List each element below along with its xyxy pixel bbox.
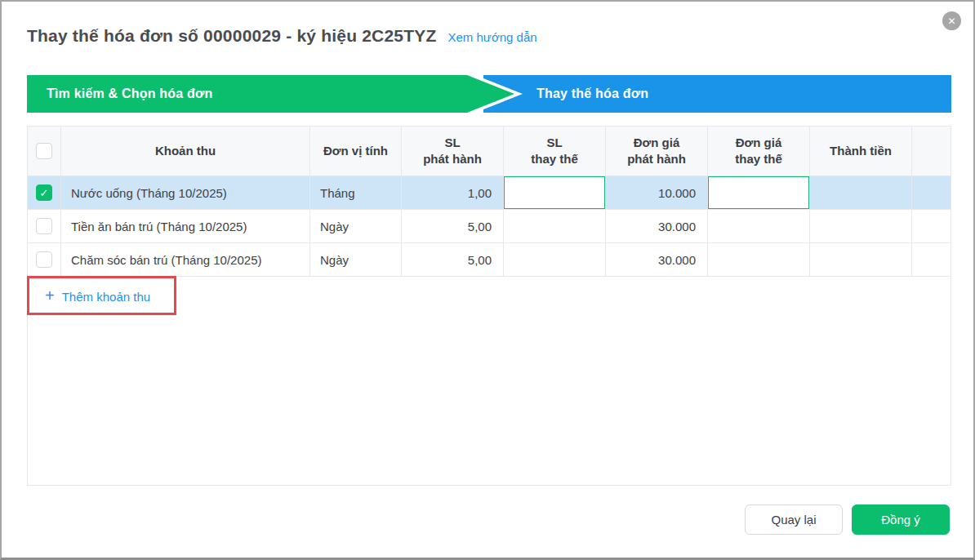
back-button[interactable]: Quay lại: [745, 504, 843, 535]
step-wizard: Thay thế hóa đơn Tìm kiếm & Chọn hóa đơn: [27, 75, 951, 113]
add-fee-item-label: Thêm khoản thu: [62, 290, 150, 304]
total-amount: [810, 210, 912, 243]
step-arrow-icon: [467, 75, 514, 113]
row-select-cell: [28, 243, 61, 277]
qty-issued: 5,00: [402, 243, 504, 277]
select-all-checkbox[interactable]: [36, 143, 52, 159]
fee-items-table: Khoản thu Đơn vị tính SL phát hành SL th…: [27, 126, 951, 486]
add-fee-row: + Thêm khoản thu: [28, 277, 951, 314]
qty-issued: 5,00: [402, 210, 504, 243]
step-search-select[interactable]: Tìm kiếm & Chọn hóa đơn: [27, 75, 467, 113]
fee-unit: Tháng: [310, 176, 402, 210]
price-replace-cell: [708, 243, 810, 277]
fee-name: Chăm sóc bán trú (Tháng 10/2025): [61, 243, 310, 277]
price-replace-cell: [708, 210, 810, 243]
price-issued: 10.000: [606, 176, 708, 210]
price-issued: 30.000: [606, 243, 708, 277]
plus-icon: +: [45, 287, 55, 304]
qty-replace-cell: [504, 176, 606, 210]
table-header-row: Khoản thu Đơn vị tính SL phát hành SL th…: [28, 127, 951, 176]
fee-unit: Ngày: [310, 243, 402, 277]
close-icon[interactable]: ✕: [942, 11, 961, 30]
step-label: Tìm kiếm & Chọn hóa đơn: [47, 87, 213, 101]
fee-name: Tiền ăn bán trú (Tháng 10/2025): [61, 210, 310, 243]
header-empty: [912, 127, 951, 176]
header-thanh-tien: Thành tiền: [810, 127, 912, 176]
qty-replace-cell: [504, 243, 606, 277]
add-fee-item-button[interactable]: + Thêm khoản thu: [45, 287, 150, 304]
help-link[interactable]: Xem hướng dẫn: [447, 30, 536, 44]
row-select-cell: [28, 210, 61, 243]
step-label: Thay thế hóa đơn: [536, 87, 648, 101]
price-issued: 30.000: [606, 210, 708, 243]
total-amount: [810, 176, 912, 210]
header-sl-thay-the: SL thay thế: [504, 127, 606, 176]
total-amount: [810, 243, 912, 277]
step-replace-invoice[interactable]: Thay thế hóa đơn: [483, 75, 951, 113]
row-checkbox-checked[interactable]: ✓: [36, 184, 52, 201]
table-row: Tiền ăn bán trú (Tháng 10/2025) Ngày 5,0…: [28, 210, 951, 243]
page-title: Thay thế hóa đơn số 00000029 - ký hiệu 2…: [27, 26, 436, 46]
fee-unit: Ngày: [310, 210, 402, 243]
header-select-all: [28, 127, 61, 176]
confirm-button[interactable]: Đồng ý: [852, 504, 950, 535]
table-row: ✓ Nước uống (Tháng 10/2025) Tháng 1,00 1…: [28, 176, 951, 210]
table-row: Chăm sóc bán trú (Tháng 10/2025) Ngày 5,…: [28, 243, 951, 277]
price-replace-input[interactable]: [708, 176, 809, 209]
row-empty-cell: [912, 176, 951, 210]
dialog-footer: Quay lại Đồng ý: [745, 504, 950, 535]
row-empty-cell: [912, 210, 951, 243]
header-don-vi-tinh: Đơn vị tính: [310, 127, 402, 176]
row-empty-cell: [912, 243, 951, 277]
dialog-header: Thay thế hóa đơn số 00000029 - ký hiệu 2…: [27, 26, 537, 46]
header-don-gia-thay-the: Đơn giá thay thế: [708, 127, 810, 176]
price-replace-cell: [708, 176, 810, 210]
replace-invoice-dialog: Thay thế hóa đơn số 00000029 - ký hiệu 2…: [0, 0, 975, 560]
header-khoan-thu: Khoản thu: [61, 127, 310, 176]
row-checkbox[interactable]: [36, 251, 52, 268]
qty-replace-cell: [504, 210, 606, 243]
row-checkbox[interactable]: [36, 218, 52, 234]
header-sl-phat-hanh: SL phát hành: [402, 127, 504, 176]
fee-name: Nước uống (Tháng 10/2025): [61, 176, 310, 210]
qty-issued: 1,00: [402, 176, 504, 210]
row-select-cell: ✓: [28, 176, 61, 210]
header-don-gia-phat-hanh: Đơn giá phát hành: [606, 127, 708, 176]
qty-replace-input[interactable]: [504, 176, 605, 209]
